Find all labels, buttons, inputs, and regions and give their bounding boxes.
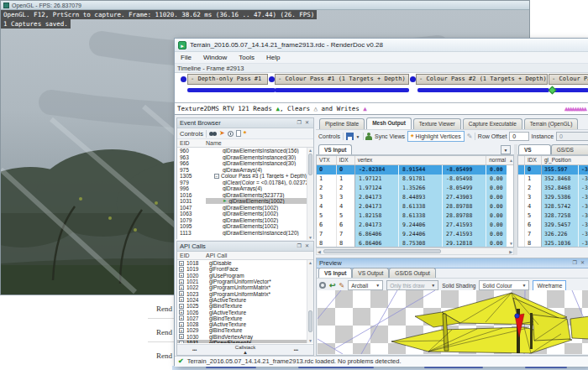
scroll-thumb[interactable] (308, 310, 312, 332)
tab-pipeline-state[interactable]: Pipeline State (319, 118, 365, 129)
pass-duration-bar[interactable] (554, 88, 588, 92)
vs-input-row[interactable]: 332.041738.4489327.439030.00 (317, 193, 513, 202)
api-call-row[interactable]: +1027glBindTexture (177, 315, 313, 321)
scroll-up-icon[interactable]: ▲ (307, 148, 313, 153)
pass-duration-bar[interactable] (275, 88, 409, 92)
pencil-icon[interactable]: ✎ (467, 133, 473, 140)
vertex-header[interactable]: vertex (355, 156, 487, 164)
vtx-header[interactable]: VTX (317, 156, 337, 164)
vs-output-row[interactable]: 1352.8468-34 (518, 175, 588, 184)
timeline-pass[interactable]: - Colour Pass #1 (1 Targets + Depth) (275, 74, 409, 85)
float-panel-icon[interactable]: ❐ (571, 258, 579, 268)
api-call-row[interactable]: +1023glProgramUniformMatrix* (177, 290, 313, 296)
api-call-row[interactable]: +1026glActiveTexture (177, 309, 313, 315)
vs-output-table[interactable]: IDX gl_Position 0355.597-341352.8468-342… (517, 155, 588, 248)
api-call-row[interactable]: +1031glDrawElements (177, 340, 313, 343)
scroll-thumb[interactable] (308, 154, 312, 175)
reset-camera-icon[interactable]: ↩ (329, 282, 336, 289)
menu-window[interactable]: Window (197, 54, 233, 61)
tab-vs-input[interactable]: VS Input (318, 144, 352, 154)
event-row[interactable]: 1113glDrawElementsInstanced(120) (177, 230, 313, 237)
tab-texture-viewer[interactable]: Texture Viewer (413, 118, 461, 129)
expand-callstack-icon[interactable]: ▲ (243, 350, 248, 355)
api-call-row[interactable]: +1018glDisable (177, 260, 313, 266)
event-row[interactable]: 1095glDrawElements(1002) (177, 223, 313, 230)
vs-output-row[interactable]: 6329.5457-35 (518, 221, 588, 230)
scroll-down-icon[interactable]: ▼ (307, 235, 313, 240)
event-browser-scrollbar[interactable]: ▲ ▼ (307, 148, 313, 240)
pass-duration-bar[interactable] (417, 88, 549, 92)
event-row[interactable]: 1047glDrawElements(1002) (177, 205, 313, 211)
event-row[interactable]: 1016glDrawElements(523773) (177, 192, 313, 199)
idx-header[interactable]: IDX (525, 156, 542, 164)
vs-output-row[interactable]: 2352.8468-35 (518, 184, 588, 193)
api-call-row[interactable]: +1024glActiveTexture (177, 297, 313, 303)
close-panel-icon[interactable]: ✕ (303, 242, 311, 251)
vs-input-hscrollbar[interactable]: ◀ ▶ (316, 248, 514, 255)
close-panel-icon[interactable]: ✕ (579, 258, 586, 268)
scroll-down-icon[interactable]: ▼ (510, 241, 512, 246)
vs-output-row[interactable]: 3329.5386-35 (518, 193, 588, 202)
tab-terrain-opengl-[interactable]: Terrain (OpenGL) (524, 118, 579, 129)
scroll-left-icon[interactable]: ◀ (318, 249, 321, 254)
camera-mode-select[interactable]: Arcball ▼ (348, 280, 383, 290)
menu-tools[interactable]: Tools (233, 54, 260, 61)
vs-output-row[interactable]: 7326.226-35 (518, 230, 588, 239)
vs-output-row[interactable]: 4328.5742-36 (518, 202, 588, 211)
pass-duration-bar[interactable] (187, 88, 276, 92)
scroll-up-icon[interactable]: ▲ (507, 156, 513, 164)
vs-input-row[interactable]: 551.821588.6133828.897880.00 (317, 211, 513, 221)
jump-to-eid-icon[interactable]: ➤ (219, 130, 225, 137)
mesh-preview-canvas[interactable] (318, 290, 588, 354)
timeline-pass[interactable]: - Colour Pass #2 (1 Targets + Depth) (416, 74, 548, 85)
wireframe-toggle-button[interactable]: Wireframe (533, 280, 566, 291)
timeline-track[interactable]: - Depth-only Pass #1- Colour Pass #1 (1 … (175, 73, 588, 103)
api-call-row[interactable]: +1025glBindTexture (177, 303, 313, 309)
row-offset-input[interactable]: 0 (509, 132, 528, 141)
event-row[interactable]: 1305−Colour Pass #3 (1 Targets + Depth) (177, 173, 313, 180)
event-row[interactable]: 975glDrawArrays(4) (177, 167, 313, 174)
find-event-icon[interactable] (209, 132, 217, 136)
vs-output-row[interactable]: 5328.7258-36 (518, 211, 588, 221)
api-call-row[interactable]: +1022glProgramUniformMatrix* (177, 284, 313, 290)
tab-mesh-output[interactable]: Mesh Output (366, 117, 412, 129)
vs-input-row[interactable]: 776.864069.2440627.415930.00 (317, 230, 513, 239)
highlight-vertices-button[interactable]: * Highlight Vertices (407, 131, 465, 142)
float-panel-icon[interactable]: ❐ (296, 242, 303, 251)
timeline-pass[interactable]: - Depth-only Pass #1 (187, 74, 268, 85)
event-row[interactable]: 1031►glDrawElements(1002) (177, 198, 313, 205)
sync-views-icon[interactable] (365, 133, 372, 140)
export-icon[interactable] (236, 130, 241, 137)
event-row[interactable]: 979glClear(Color = <0.01784), 0.023725..… (177, 180, 313, 186)
event-row[interactable]: 960glDrawElementsInstanced(156) (177, 148, 313, 154)
table-dropdown-icon[interactable]: ▼ (501, 145, 511, 154)
vs-input-row[interactable]: 00-2.023848.91544-8.054990.00 (317, 165, 513, 175)
tab-capture-executable[interactable]: Capture Executable (463, 118, 522, 129)
eyedropper-icon[interactable]: ✎ (339, 282, 345, 289)
event-row[interactable]: 996glDrawArrays(4) (177, 185, 313, 192)
scroll-down-icon[interactable]: ▼ (307, 338, 313, 343)
renderdoc-titlebar[interactable]: ▸ Terrain_2016.05.07_14.14.21_frame2913.… (175, 39, 588, 52)
api-calls-scrollbar[interactable]: ▲ ▼ (307, 260, 313, 343)
api-call-row[interactable]: +1019glFrontFace (177, 266, 313, 272)
save-icon[interactable] (346, 133, 354, 140)
vs-input-row[interactable]: 886.864068.7530829.128180.00 (317, 239, 513, 248)
scroll-thumb[interactable] (323, 249, 441, 253)
api-call-row[interactable]: +1029glBindTexture (177, 327, 313, 333)
bookmark-icon[interactable]: * (244, 130, 247, 137)
tab-gs-ds-output[interactable]: GS/DS Output (551, 144, 588, 154)
event-row[interactable]: 1079glDrawElements(1002) (177, 217, 313, 224)
api-call-row[interactable]: +1021glProgramUniformVector* (177, 279, 313, 284)
sync-views-label[interactable]: Sync Views (375, 133, 405, 139)
vs-input-row[interactable]: 111.971218.91781-8.054980.00 (317, 175, 513, 184)
save-dropdown-icon[interactable]: ▼ (356, 134, 360, 139)
close-panel-icon[interactable]: ✕ (303, 118, 311, 128)
vs-output-row[interactable]: 0355.597-34 (518, 165, 588, 175)
menu-help[interactable]: Help (260, 54, 286, 61)
scroll-up-icon[interactable]: ▲ (307, 260, 313, 265)
time-draws-icon[interactable] (228, 131, 234, 137)
shading-select[interactable]: Solid Colour ▼ (479, 280, 529, 290)
tab-vs-output[interactable]: VS Output (518, 144, 551, 154)
float-panel-icon[interactable]: ❐ (296, 118, 303, 128)
preview-tab-gs-ds-output[interactable]: GS/DS Output (389, 268, 436, 278)
